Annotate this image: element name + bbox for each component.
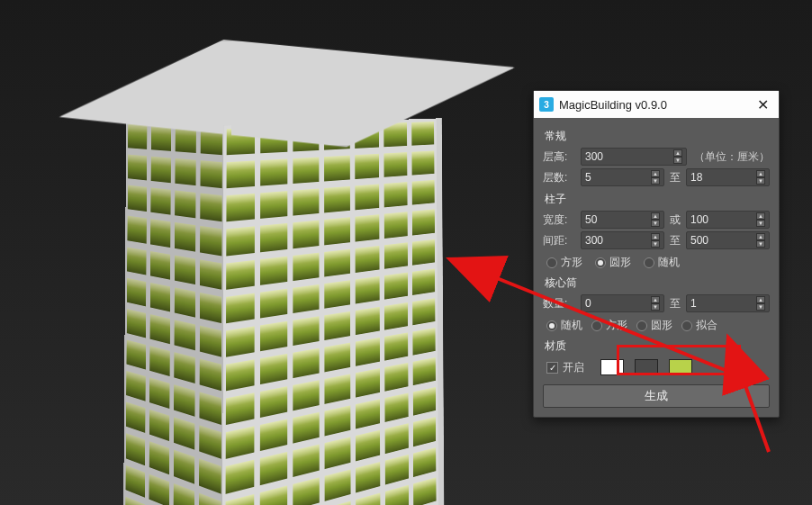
col-shape-square-radio[interactable]: 方形	[546, 255, 582, 270]
core-random-radio[interactable]: 随机	[546, 318, 582, 333]
label-spacing: 间距:	[543, 233, 575, 248]
floor-height-spinner[interactable]: 300 ▲▼	[581, 148, 687, 166]
core-fit-radio[interactable]: 拟合	[681, 318, 717, 333]
label-unit: （单位：厘米）	[694, 149, 770, 165]
col-shape-round-radio[interactable]: 圆形	[595, 255, 631, 270]
col-spacing-b-spinner[interactable]: 500 ▲▼	[686, 231, 770, 249]
label-floor-height: 层高:	[543, 149, 575, 165]
section-general: 常规	[545, 129, 770, 144]
label-floors: 层数:	[543, 170, 575, 185]
core-to-spinner[interactable]: 1 ▲▼	[686, 294, 770, 312]
floors-from-spinner[interactable]: 5 ▲▼	[581, 168, 664, 186]
viewport-building	[54, 27, 495, 505]
label-or: 或	[670, 212, 681, 228]
dialog-title: MagicBuilding v0.9.0	[559, 98, 753, 112]
material-swatch-2[interactable]	[635, 359, 658, 375]
check-icon: ✓	[546, 362, 558, 374]
section-columns: 柱子	[545, 192, 770, 207]
material-enable-checkbox[interactable]: ✓ 开启	[546, 360, 584, 375]
core-from-spinner[interactable]: 0 ▲▼	[581, 294, 664, 312]
col-spacing-a-spinner[interactable]: 300 ▲▼	[581, 231, 664, 249]
core-round-radio[interactable]: 圆形	[636, 318, 672, 333]
col-width-b-spinner[interactable]: 100 ▲▼	[686, 211, 770, 229]
spinner-down-icon[interactable]: ▼	[673, 157, 682, 164]
section-core: 核心筒	[545, 275, 770, 291]
floors-to-spinner[interactable]: 18 ▲▼	[686, 168, 770, 186]
spinner-up-icon[interactable]: ▲	[673, 149, 682, 157]
magicbuilding-dialog: 3 MagicBuilding v0.9.0 ✕ 常规 层高: 300 ▲▼ （…	[533, 90, 780, 418]
material-swatch-1[interactable]	[600, 359, 624, 375]
label-width: 宽度:	[543, 212, 575, 228]
close-icon[interactable]: ✕	[753, 95, 771, 113]
core-square-radio[interactable]: 方形	[591, 318, 627, 333]
generate-button[interactable]: 生成	[543, 384, 770, 408]
app-icon: 3	[539, 97, 554, 112]
col-width-a-spinner[interactable]: 50 ▲▼	[581, 211, 664, 229]
section-material: 材质	[545, 338, 770, 354]
col-shape-random-radio[interactable]: 随机	[644, 255, 680, 270]
dialog-titlebar[interactable]: 3 MagicBuilding v0.9.0 ✕	[534, 91, 779, 118]
label-to: 至	[670, 170, 681, 185]
material-swatch-3[interactable]	[669, 359, 692, 375]
label-count: 数量:	[543, 296, 575, 311]
